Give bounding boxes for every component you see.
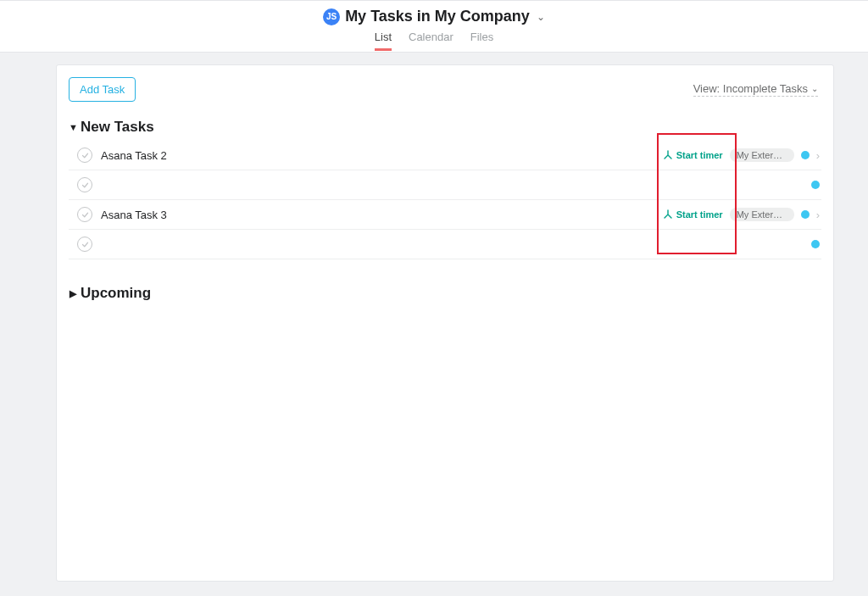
tab-files[interactable]: Files [470,31,493,51]
chevron-right-icon[interactable]: › [816,149,820,162]
task-title: Asana Task 3 [101,209,663,221]
top-bar: JS My Tasks in My Company ⌄ List Calenda… [0,0,868,53]
complete-check-icon[interactable] [77,148,92,163]
page-title[interactable]: My Tasks in My Company [345,8,530,25]
task-row[interactable]: Asana Task 3 Start timer My Extern… › [69,200,821,230]
complete-check-icon[interactable] [77,177,92,192]
main-canvas: Add Task View: Incomplete Tasks ⌄ ▼ New … [56,64,834,582]
chevron-right-icon[interactable]: › [816,209,820,221]
project-tag[interactable]: My Extern… [730,148,794,162]
timer-icon [663,209,673,220]
project-tag[interactable]: My Extern… [730,208,794,221]
section-new-tasks[interactable]: ▼ New Tasks [69,114,821,141]
status-dot [811,240,820,248]
caret-down-icon: ▼ [69,122,77,132]
tab-list[interactable]: List [375,31,392,51]
tab-calendar[interactable]: Calendar [409,31,453,51]
task-row[interactable] [69,230,821,259]
start-timer-label: Start timer [676,150,723,160]
tabs: List Calendar Files [0,31,868,51]
chevron-down-icon[interactable]: ⌄ [537,11,545,23]
complete-check-icon[interactable] [77,207,92,222]
view-label: View: Incomplete Tasks [693,82,808,95]
chevron-down-icon: ⌄ [811,84,818,93]
toolbar: Add Task View: Incomplete Tasks ⌄ [69,77,821,114]
status-dot [801,210,810,219]
section-label: New Tasks [81,119,154,136]
complete-check-icon[interactable] [77,237,92,252]
start-timer-button[interactable]: Start timer [663,150,723,160]
view-selector[interactable]: View: Incomplete Tasks ⌄ [693,82,818,97]
timer-icon [663,150,673,160]
task-row[interactable]: Asana Task 2 Start timer My Extern… › [69,141,821,170]
task-title: Asana Task 2 [101,149,663,162]
status-dot [801,151,810,159]
task-row[interactable] [69,170,821,200]
avatar: JS [323,8,340,25]
status-dot [811,181,820,189]
tasks-list: Asana Task 2 Start timer My Extern… › [69,141,821,259]
section-label: Upcoming [81,285,151,302]
caret-right-icon: ▶ [69,288,77,299]
section-upcoming[interactable]: ▶ Upcoming [69,280,821,307]
start-timer-button[interactable]: Start timer [663,209,723,220]
add-task-button[interactable]: Add Task [69,77,136,102]
start-timer-label: Start timer [676,209,723,220]
